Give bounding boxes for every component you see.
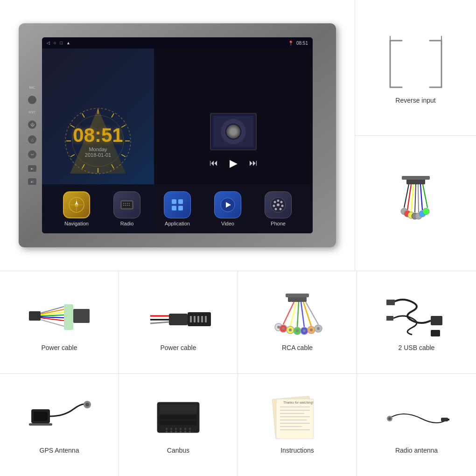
forward-button[interactable]: ⏭ xyxy=(249,158,258,168)
svg-rect-150 xyxy=(447,419,449,420)
status-time: 08:51 xyxy=(296,41,308,46)
rewind-button[interactable]: ⏮ xyxy=(210,158,218,168)
reverse-panel: Reverse input xyxy=(355,0,476,271)
reverse-bottom xyxy=(355,136,476,271)
svg-rect-79 xyxy=(73,309,90,323)
instructions-cell: Thanks for watching! Instructions xyxy=(238,374,357,476)
mic-button[interactable] xyxy=(28,96,36,104)
svg-rect-69 xyxy=(29,311,41,321)
svg-line-14 xyxy=(82,113,84,118)
back-side-button[interactable]: ↩ xyxy=(28,150,36,159)
app-navigation[interactable]: Navigation xyxy=(63,191,90,226)
radio-label: Radio xyxy=(120,221,134,226)
svg-point-106 xyxy=(277,326,280,329)
svg-point-67 xyxy=(423,208,429,215)
svg-rect-88 xyxy=(201,316,203,322)
svg-rect-89 xyxy=(205,316,207,322)
svg-rect-37 xyxy=(178,199,183,204)
svg-rect-68 xyxy=(402,176,430,180)
video-label: Video xyxy=(221,221,234,226)
svg-line-57 xyxy=(415,184,416,212)
svg-point-130 xyxy=(184,428,186,430)
svg-line-74 xyxy=(41,317,64,318)
svg-rect-85 xyxy=(190,316,192,322)
rst-button[interactable]: ⏻ xyxy=(28,120,36,129)
canbus-image xyxy=(146,395,211,442)
svg-rect-80 xyxy=(169,314,188,325)
svg-rect-149 xyxy=(441,418,448,421)
svg-line-96 xyxy=(301,302,304,327)
svg-point-50 xyxy=(277,203,280,206)
svg-point-30 xyxy=(127,203,128,204)
svg-point-126 xyxy=(166,428,168,430)
svg-point-136 xyxy=(184,431,186,433)
svg-rect-39 xyxy=(178,206,183,210)
svg-line-4 xyxy=(112,113,114,118)
video-icon xyxy=(214,191,241,218)
vol-up-button[interactable]: 🔉 xyxy=(28,178,36,185)
svg-line-83 xyxy=(150,322,169,323)
svg-point-29 xyxy=(125,203,126,204)
svg-line-7 xyxy=(121,154,126,157)
svg-point-133 xyxy=(170,431,172,433)
phone-label: Phone xyxy=(271,221,286,226)
svg-rect-87 xyxy=(197,316,199,322)
clock-date: 2018-01-01 xyxy=(85,152,111,158)
vol-down-button[interactable]: 🔈 xyxy=(28,165,36,172)
svg-point-28 xyxy=(123,203,124,204)
rca-cable-cell: RCA cable xyxy=(238,271,357,374)
gps-antenna-image xyxy=(27,395,92,442)
svg-line-58 xyxy=(418,184,419,212)
svg-line-56 xyxy=(411,184,413,211)
usb-cable-label: 2 USB cable xyxy=(399,344,435,351)
svg-point-46 xyxy=(280,208,282,210)
apps-row: Navigation xyxy=(42,184,313,233)
application-label: Application xyxy=(165,221,190,226)
instructions-image: Thanks for watching! xyxy=(265,395,330,442)
status-right: 📍 08:51 xyxy=(288,41,308,46)
home-side-button[interactable]: △ xyxy=(28,135,36,144)
svg-point-137 xyxy=(189,431,191,433)
svg-point-110 xyxy=(303,329,306,332)
gps-antenna-cell: GPS Antenna xyxy=(0,374,119,476)
media-controls[interactable]: ⏮ ▶ ⏭ xyxy=(210,157,258,169)
svg-point-107 xyxy=(282,327,285,330)
clock-day: Monday xyxy=(89,147,107,152)
svg-point-18 xyxy=(225,123,242,140)
home-icon: ○ xyxy=(54,41,56,45)
app-phone[interactable]: Phone xyxy=(265,191,292,226)
svg-rect-121 xyxy=(29,423,52,426)
play-button[interactable]: ▶ xyxy=(230,157,238,169)
svg-point-127 xyxy=(170,428,172,430)
stereo-unit: MIC RST ⏻ △ ↩ 🔈 🔉 xyxy=(19,23,336,247)
canbus-label: Canbus xyxy=(167,447,189,454)
radio-icon xyxy=(113,191,140,218)
album-art xyxy=(210,113,257,150)
navigation-icon xyxy=(63,191,90,218)
wifi-icon: ▲ xyxy=(66,41,70,45)
application-icon xyxy=(164,191,191,218)
svg-rect-78 xyxy=(64,304,73,330)
svg-rect-118 xyxy=(34,412,48,421)
stereo-container: MIC RST ⏻ △ ↩ 🔈 🔉 xyxy=(0,0,355,271)
svg-point-135 xyxy=(180,431,182,433)
svg-point-132 xyxy=(166,431,168,433)
svg-point-31 xyxy=(129,203,130,204)
svg-rect-116 xyxy=(386,316,393,321)
app-radio[interactable]: Radio xyxy=(113,191,140,226)
svg-rect-114 xyxy=(431,330,440,336)
reverse-top: Reverse input xyxy=(355,0,476,136)
svg-point-128 xyxy=(175,428,177,430)
gps-antenna-label: GPS Antenna xyxy=(40,447,79,454)
instructions-label: Instructions xyxy=(280,447,314,454)
power-cable-2-image xyxy=(146,293,211,339)
recents-icon: □ xyxy=(60,41,62,45)
app-application[interactable]: Application xyxy=(164,191,191,226)
screen[interactable]: ◁ ○ □ ▲ 📍 08:51 xyxy=(42,37,313,233)
app-video[interactable]: Video xyxy=(214,191,241,226)
clock-time: 08:51 xyxy=(73,124,123,147)
reverse-cable-svg xyxy=(383,175,448,231)
svg-line-94 xyxy=(290,302,296,326)
rca-cable-image xyxy=(265,293,330,339)
stereo-left-buttons: MIC RST ⏻ △ ↩ 🔈 🔉 xyxy=(28,86,36,185)
